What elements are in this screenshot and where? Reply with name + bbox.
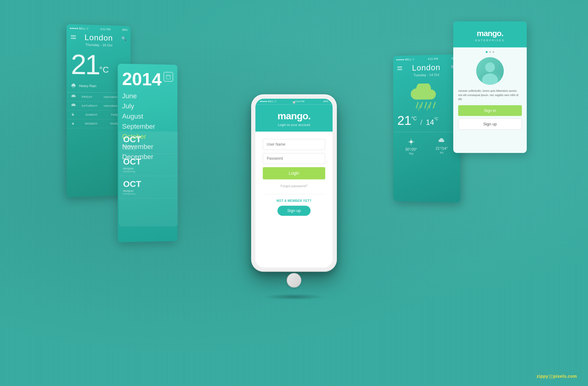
divider: [263, 194, 325, 194]
weather-screen-right: ●●●●● BELL ▽ 4:21 PM 85% London 🔍 Tuesda…: [393, 54, 460, 203]
svg-line-0: [72, 87, 73, 88]
phone-mango-subtitle: Login to your account: [255, 123, 333, 127]
main-phone-wrapper: ●●●●● BELL ▽ 4:21 PM 85% mango. Login to…: [251, 94, 337, 300]
battery-left: 85%: [122, 28, 128, 31]
watermark-pixels: pixels.com: [553, 374, 577, 379]
mango-header: mango. ENTERPRISES: [453, 21, 527, 47]
svg-line-1: [73, 87, 74, 88]
phone-screen: ●●●●● BELL ▽ 4:21 PM 85% mango. Login to…: [255, 98, 333, 267]
svg-point-3: [72, 114, 74, 116]
mango-avatar: [476, 57, 504, 85]
forecast-right: 30°/20° Thu 21°/14° Fri: [393, 132, 460, 159]
svg-point-16: [410, 140, 413, 143]
phone-signup-button[interactable]: Sign up: [277, 206, 311, 216]
mango-logo: mango.: [459, 29, 521, 38]
svg-line-9: [416, 102, 418, 108]
carrier-right: ●●●●● BELL ▽: [396, 58, 414, 61]
svg-point-22: [485, 62, 495, 72]
login-button[interactable]: Login: [263, 167, 325, 179]
fc-fri: 21°/14° Fri: [435, 138, 448, 156]
scene: ●●●●● BELL ▽ 4:21 PM 85% London 🔍 Thursd…: [0, 0, 588, 386]
agenda-item-0: OCT designer freelancing: [119, 132, 178, 154]
mango-dots: [453, 47, 527, 55]
time-left: 4:21 PM: [100, 28, 111, 31]
phone-time: 4:21 PM: [295, 100, 304, 103]
mango-enterprises-screen: mango. ENTERPRISES Aenean sollicitudin, …: [453, 21, 527, 153]
phone-camera: [293, 101, 295, 103]
agenda-panel: OCT designer freelancing OCT designer fr…: [119, 132, 178, 226]
watermark: zippypixels.com: [537, 374, 577, 379]
weather-right-header: London 🔍: [393, 61, 460, 74]
password-input[interactable]: [263, 153, 325, 164]
mango-signin-button[interactable]: Sign in: [458, 105, 522, 116]
svg-line-11: [425, 102, 427, 108]
phone-shadow: [263, 294, 325, 300]
svg-point-4: [72, 123, 74, 124]
svg-line-13: [433, 102, 435, 108]
city-left: London: [85, 33, 113, 43]
phone-mango-header: mango. Login to your account: [255, 104, 333, 132]
calendar-year: 2014: [122, 70, 162, 88]
phone-mango-logo: mango.: [255, 110, 333, 122]
forgot-password-link[interactable]: Forgot password?: [281, 184, 307, 188]
mango-body-text: Aenean sollicitudin, lorem quis bibendum…: [453, 89, 527, 105]
svg-line-15: [427, 105, 429, 110]
phone-login-body: Login Forgot password? NOT A MEMBER YET?…: [255, 132, 333, 267]
rain-icon-right: [393, 78, 460, 114]
hamburger-menu-right[interactable]: [397, 67, 402, 70]
username-input[interactable]: [263, 139, 325, 150]
watermark-dots: [549, 374, 553, 379]
phone-outer: ●●●●● BELL ▽ 4:21 PM 85% mango. Login to…: [251, 94, 337, 272]
phone-home-button[interactable]: [287, 273, 301, 288]
agenda-item-1: OCT designer freelancing: [119, 154, 178, 176]
svg-rect-5: [166, 75, 170, 79]
svg-line-2: [74, 87, 74, 88]
agenda-item-2: OCT designer freelancing: [119, 176, 178, 199]
dot-0: [486, 51, 488, 53]
weather-left-header: London 🔍: [66, 31, 130, 44]
time-right: 4:21 PM: [428, 57, 438, 61]
phone-battery: 85%: [323, 100, 328, 103]
svg-line-10: [420, 102, 422, 108]
phone-carrier: ●●●●● BELL ▽: [260, 100, 276, 103]
city-right: London: [412, 63, 440, 73]
dot-2: [492, 51, 494, 53]
carrier-left: ●●●●● BELL ▽: [70, 27, 89, 30]
calendar-icon[interactable]: [164, 72, 173, 82]
dot-1: [489, 51, 491, 53]
mango-enterprises-label: ENTERPRISES: [459, 39, 521, 42]
svg-line-12: [429, 102, 431, 108]
hamburger-menu-left[interactable]: [71, 35, 76, 39]
mango-avatar-area: [453, 55, 527, 89]
fc-thu: 30°/20° Thu: [405, 138, 417, 155]
not-member-label: NOT A MEMBER YET?: [277, 199, 311, 202]
search-icon-left[interactable]: 🔍: [121, 36, 126, 41]
watermark-zippy: zippy: [537, 374, 548, 379]
mango-signup-button[interactable]: Sign up: [458, 118, 522, 130]
temp-right-row: 21°C / 14°C ›: [393, 114, 460, 127]
svg-line-14: [418, 105, 420, 110]
